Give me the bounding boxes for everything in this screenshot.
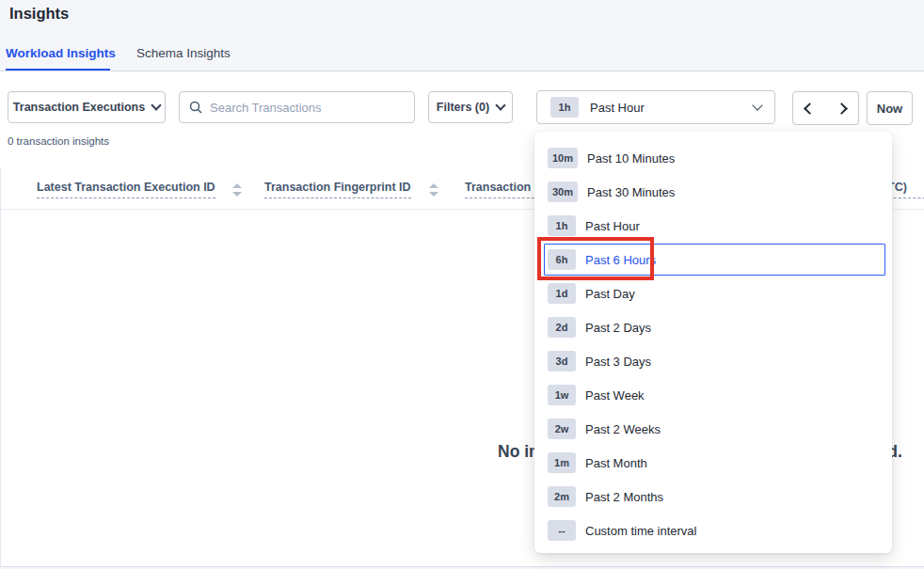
time-option-1w[interactable]: 1w Past Week	[534, 378, 892, 412]
time-option-badge: 1w	[548, 385, 576, 405]
page-header	[0, 0, 924, 71]
tab-schema-insights[interactable]: Schema Insights	[136, 46, 231, 60]
time-option-2d[interactable]: 2d Past 2 Days	[534, 310, 892, 344]
time-option-badge: 2d	[548, 317, 576, 338]
time-option-1h[interactable]: 1h Past Hour	[534, 209, 892, 243]
time-option-3d[interactable]: 3d Past 3 Days	[534, 344, 892, 378]
now-button[interactable]: Now	[867, 91, 913, 125]
time-option-label: Past 2 Months	[585, 490, 663, 504]
time-option-badge: --	[548, 520, 576, 541]
time-option-label: Past 2 Weeks	[585, 422, 661, 436]
chevron-down-icon	[495, 100, 505, 110]
insights-count: 0 transaction insights	[8, 135, 109, 147]
time-option-label: Past 10 Minutes	[587, 151, 675, 166]
time-interval-label: Past Hour	[590, 101, 742, 115]
time-option-badge: 1m	[548, 452, 576, 473]
time-option-custom[interactable]: -- Custom time interval	[534, 514, 892, 547]
search-input[interactable]	[210, 101, 405, 115]
column-header-transaction-fingerprint-id[interactable]: Transaction Fingerprint ID	[264, 181, 411, 198]
page-title: Insights	[9, 5, 69, 23]
time-option-1d[interactable]: 1d Past Day	[534, 277, 892, 310]
time-option-badge: 10m	[548, 148, 578, 168]
time-option-label: Past 2 Days	[585, 321, 651, 335]
time-option-2m[interactable]: 2m Past 2 Months	[534, 480, 892, 514]
time-option-label: Past Hour	[585, 219, 640, 233]
column-header-latest-transaction-execution-id[interactable]: Latest Transaction Execution ID	[37, 181, 215, 198]
time-interval-select[interactable]: 1h Past Hour	[536, 90, 775, 124]
tabs-divider	[0, 71, 924, 71]
time-option-label: Past 3 Days	[585, 355, 651, 369]
filters-button[interactable]: Filters (0)	[428, 91, 513, 123]
chevron-left-icon	[804, 103, 816, 115]
time-option-6h[interactable]: 6h Past 6 Hours	[544, 244, 885, 276]
sort-icon[interactable]	[429, 183, 438, 197]
time-option-badge: 2w	[548, 419, 576, 439]
time-option-badge: 6h	[548, 249, 576, 270]
time-option-badge: 3d	[548, 351, 576, 371]
time-option-label: Past Month	[585, 456, 647, 470]
transaction-type-select[interactable]: Transaction Executions	[8, 91, 166, 123]
time-interval-dropdown: 10m Past 10 Minutes 30m Past 30 Minutes …	[534, 132, 892, 553]
search-icon	[189, 101, 202, 114]
time-option-badge: 1h	[548, 215, 576, 236]
filters-label: Filters (0)	[437, 101, 489, 114]
time-option-label: Past 6 Hours	[585, 253, 656, 267]
time-option-badge: 30m	[548, 182, 578, 202]
insights-page: Insights Workload Insights Schema Insigh…	[0, 0, 924, 569]
time-option-badge: 1d	[548, 283, 576, 304]
chevron-down-icon	[752, 100, 762, 110]
time-option-badge: 2m	[548, 486, 576, 507]
time-option-2w[interactable]: 2w Past 2 Weeks	[534, 412, 892, 446]
time-option-label: Past Week	[585, 388, 645, 403]
transaction-type-label: Transaction Executions	[13, 101, 145, 114]
sort-icon[interactable]	[232, 183, 242, 197]
time-option-label: Past 30 Minutes	[587, 185, 675, 199]
time-option-label: Past Day	[585, 287, 635, 301]
search-box[interactable]	[179, 91, 415, 123]
chevron-right-icon	[836, 103, 848, 115]
chevron-down-icon	[151, 100, 161, 110]
time-option-30m[interactable]: 30m Past 30 Minutes	[534, 175, 892, 209]
time-option-label: Custom time interval	[585, 524, 696, 538]
time-prev-button[interactable]	[792, 91, 826, 125]
time-next-button[interactable]	[825, 91, 859, 125]
time-option-1m[interactable]: 1m Past Month	[534, 446, 892, 480]
tab-workload-insights[interactable]: Workload Insights	[6, 46, 116, 60]
time-option-10m[interactable]: 10m Past 10 Minutes	[534, 141, 892, 175]
time-interval-badge: 1h	[550, 97, 579, 118]
